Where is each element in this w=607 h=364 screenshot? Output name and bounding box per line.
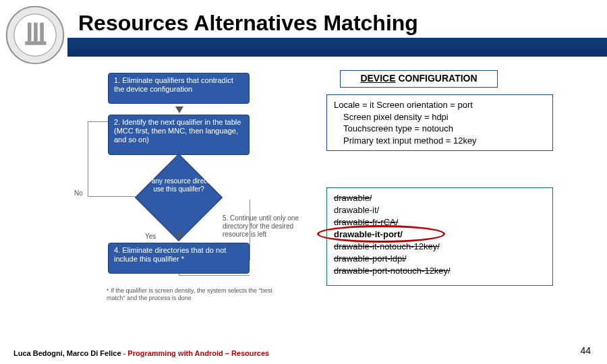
- slide-root: Resources Alternatives Matching 1. Elimi…: [0, 0, 607, 364]
- arrow-down-icon: [175, 233, 183, 239]
- flow-footnote: * If the qualifier is screen density, th…: [107, 287, 289, 302]
- svg-rect-4: [40, 23, 44, 42]
- crest-icon: [4, 4, 66, 66]
- footer-authors: Luca Bedogni, Marco Di Felice: [13, 349, 121, 357]
- title-wrap: Resources Alternatives Matching: [78, 11, 418, 36]
- title-part1: Resources: [78, 11, 194, 35]
- config-line-density: Screen pixel density = hdpi: [334, 111, 546, 123]
- connector-line: [88, 196, 136, 197]
- flow-step-5: 5. Continue until only one directory for…: [223, 214, 310, 239]
- config-line-input: Primary text input method = 12key: [334, 135, 546, 147]
- connector-line: [250, 200, 250, 260]
- footer-course: Programming with Android – Resources: [127, 349, 269, 357]
- red-highlight-oval: [317, 225, 445, 243]
- diamond-shape: [135, 154, 223, 241]
- header-blue-bar: [67, 38, 607, 57]
- yes-label: Yes: [145, 233, 156, 240]
- connector-line: [88, 121, 88, 196]
- svg-rect-5: [25, 41, 46, 45]
- connector-line: [179, 275, 250, 276]
- arrow-down-icon: [175, 107, 183, 113]
- connector-line: [179, 274, 179, 276]
- device-config-panel: Locale = it Screen orientation = port Sc…: [326, 94, 553, 151]
- slide-footer: Luca Bedogni, Marco Di Felice - Programm…: [13, 349, 269, 357]
- footer-dash: -: [121, 349, 128, 357]
- config-line-locale: Locale = it Screen orientation = port: [334, 99, 546, 111]
- no-label: No: [74, 189, 83, 197]
- flow-step-3-diamond: [135, 167, 223, 228]
- drawable-entry: drawable/: [334, 192, 546, 204]
- device-config-heading: DEVICE CONFIGURATION: [340, 70, 498, 88]
- drawable-entry: drawable-it/: [334, 204, 546, 216]
- drawable-entry: drawable-port-ldpi/: [334, 253, 546, 265]
- config-line-touch: Touchscreen type = notouch: [334, 123, 546, 135]
- svg-rect-3: [34, 23, 38, 42]
- svg-rect-2: [28, 23, 32, 42]
- flow-step-1: 1. Eliminate qualifiers that contradict …: [108, 73, 250, 104]
- flow-step-2: 2. Identify the next qualifier in the ta…: [108, 115, 250, 155]
- drawable-entry: drawable-port-notouch-12key/: [334, 265, 546, 277]
- flow-step-3-text: 3. Do any resource directories use this …: [128, 177, 229, 193]
- title-part2: Alternatives Matching: [194, 11, 418, 35]
- devconf-device: DEVICE: [360, 73, 395, 84]
- flowchart: 1. Eliminate qualifiers that contradict …: [54, 73, 277, 329]
- flow-step-4: 4. Eliminate directories that do not inc…: [108, 243, 250, 274]
- slide-header: Resources Alternatives Matching: [0, 0, 607, 57]
- devconf-configuration: CONFIGURATION: [396, 73, 478, 84]
- connector-line: [88, 121, 108, 122]
- page-number: 44: [580, 345, 591, 356]
